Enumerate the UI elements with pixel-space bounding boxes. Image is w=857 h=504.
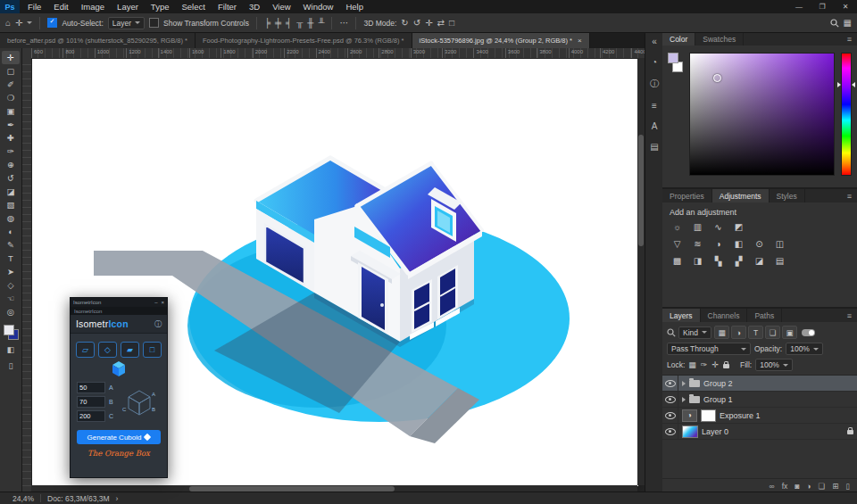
foreground-color-swatch[interactable] <box>668 53 678 63</box>
isometricon-plugin-window[interactable]: IsometrIcon –× IsometrIcon IsometrIcon ⓘ… <box>70 297 168 478</box>
visibility-cell[interactable] <box>662 408 678 423</box>
levels-icon[interactable]: ▥ <box>688 220 707 234</box>
threshold-icon[interactable]: ▞ <box>729 254 748 268</box>
document-tab[interactable]: Food-Photography-Lightroom-Presets-Free.… <box>196 32 412 48</box>
options-overflow-icon[interactable]: ⋯ <box>339 15 348 31</box>
foreground-color-swatch[interactable] <box>4 325 14 335</box>
lock-position-icon[interactable]: ✛ <box>711 360 719 369</box>
tab-channels[interactable]: Channels <box>701 309 748 322</box>
saturation-brightness-field[interactable] <box>689 53 835 176</box>
filter-type-icon[interactable]: T <box>748 326 763 339</box>
pen-tool[interactable]: ✎ <box>2 238 20 252</box>
visibility-cell[interactable] <box>662 392 678 407</box>
crop-tool[interactable]: ▣ <box>2 104 20 118</box>
shape-tool[interactable]: ◇ <box>2 278 20 292</box>
layer-row[interactable]: Group 1 <box>662 392 857 408</box>
properties-icon[interactable]: ≡ <box>652 101 657 111</box>
align-center-v-icon[interactable]: ╫ <box>307 15 313 31</box>
align-left-icon[interactable]: ╞ <box>264 15 270 31</box>
menu-view[interactable]: View <box>266 0 296 13</box>
panel-menu-icon[interactable]: ≡ <box>842 189 857 202</box>
layer-row[interactable]: Layer 0 <box>662 424 857 440</box>
adjustment-thumbnail[interactable]: ◑ <box>682 409 697 422</box>
lock-all-icon[interactable] <box>723 364 729 368</box>
top-face-button[interactable]: ◇ <box>98 342 117 358</box>
zoom-level-field[interactable]: 24,4% <box>12 494 34 503</box>
layer-effects-icon[interactable]: fx <box>782 482 788 491</box>
left-face-button[interactable]: ▱ <box>76 342 95 358</box>
hue-saturation-icon[interactable]: ≋ <box>688 237 707 251</box>
screen-mode-icon[interactable]: ▯ <box>9 360 13 372</box>
kind-filter-dropdown[interactable]: Kind <box>678 326 711 339</box>
black-white-icon[interactable]: ◧ <box>729 237 748 251</box>
invert-icon[interactable]: ◨ <box>688 254 707 268</box>
opacity-dropdown[interactable]: 100% <box>786 343 823 355</box>
vibrance-icon[interactable]: ▽ <box>668 237 686 251</box>
close-button[interactable]: ✕ <box>834 0 857 13</box>
tab-layers[interactable]: Layers <box>662 309 701 322</box>
align-right-icon[interactable]: ╡ <box>286 15 292 31</box>
move-tool[interactable]: ✛ <box>2 51 20 64</box>
menu-image[interactable]: Image <box>75 0 111 13</box>
new-adjustment-icon[interactable]: ◑ <box>806 482 811 491</box>
color-balance-icon[interactable]: ◑ <box>709 237 728 251</box>
vertical-scroll-thumb[interactable] <box>638 135 644 246</box>
3d-drag-icon[interactable]: ✛ <box>425 15 432 31</box>
exposure-icon[interactable]: ◩ <box>729 220 748 234</box>
auto-select-checkbox[interactable] <box>47 18 57 28</box>
maximize-button[interactable]: ❐ <box>811 0 834 13</box>
menu-select[interactable]: Select <box>175 0 211 13</box>
align-top-icon[interactable]: ╥ <box>296 15 303 31</box>
hue-slider[interactable] <box>841 53 852 176</box>
selective-color-icon[interactable]: ◪ <box>750 254 769 268</box>
home-icon[interactable]: ⌂ <box>5 15 11 31</box>
lock-transparency-icon[interactable]: ▦ <box>688 360 696 369</box>
photo-filter-icon[interactable]: ⊙ <box>750 237 769 251</box>
new-layer-icon[interactable]: ⊞ <box>832 482 838 491</box>
tab-swatches[interactable]: Swatches <box>695 32 744 45</box>
type-tool[interactable]: T <box>2 252 20 265</box>
tab-close-icon[interactable]: × <box>578 37 582 45</box>
path-select-tool[interactable]: ➤ <box>2 265 20 278</box>
plugin-titlebar[interactable]: IsometrIcon –× <box>71 298 167 307</box>
layer-row[interactable]: Group 2 <box>662 376 857 392</box>
tab-styles[interactable]: Styles <box>770 189 805 202</box>
fill-dropdown[interactable]: 100% <box>755 359 793 371</box>
right-face-button[interactable]: ▰ <box>121 342 139 358</box>
filter-pixel-icon[interactable]: ▦ <box>714 326 729 339</box>
layer-mask-icon[interactable]: ◙ <box>795 482 799 491</box>
brush-tool[interactable]: ✑ <box>2 145 20 158</box>
cuboid-c-input[interactable] <box>77 410 105 422</box>
align-center-h-icon[interactable]: ╪ <box>275 15 281 31</box>
tool-preset-icon[interactable]: ✛ <box>15 15 22 31</box>
channel-mixer-icon[interactable]: ◫ <box>770 237 789 251</box>
filter-shape-icon[interactable]: ❏ <box>765 326 780 339</box>
cuboid-a-input[interactable] <box>77 382 105 393</box>
marquee-tool[interactable]: ▢ <box>2 64 20 78</box>
show-transform-checkbox[interactable] <box>149 18 159 28</box>
menu-type[interactable]: Type <box>145 0 176 13</box>
plugin-tab[interactable]: IsometrIcon <box>71 307 167 315</box>
document-tab[interactable]: before_after.psd @ 101% (shutterstock_85… <box>0 32 196 48</box>
minimize-button[interactable]: — <box>787 0 811 13</box>
blend-mode-dropdown[interactable]: Pass Through <box>667 343 751 355</box>
workspace-switcher-icon[interactable]: ▦ <box>844 15 852 31</box>
curves-icon[interactable]: ∿ <box>709 220 728 234</box>
quick-mask-icon[interactable]: ◧ <box>7 344 15 356</box>
info-icon[interactable]: ⓘ <box>650 78 659 90</box>
link-layers-icon[interactable]: ∞ <box>770 482 775 491</box>
menu-help[interactable]: Help <box>339 0 370 13</box>
menu-edit[interactable]: Edit <box>47 0 74 13</box>
3d-rotate-icon[interactable]: ↻ <box>401 15 408 31</box>
menu-3d[interactable]: 3D <box>243 0 266 13</box>
gradient-map-icon[interactable]: ▤ <box>770 254 789 268</box>
plugin-close-button[interactable]: × <box>161 300 164 305</box>
lock-pixels-icon[interactable]: ✑ <box>701 360 708 369</box>
menu-window[interactable]: Window <box>297 0 340 13</box>
panel-menu-icon[interactable]: ≡ <box>842 32 857 45</box>
3d-slide-icon[interactable]: ⇄ <box>437 15 445 31</box>
new-group-icon[interactable]: ❏ <box>819 482 826 491</box>
visibility-cell[interactable] <box>662 424 678 439</box>
clone-stamp-tool[interactable]: ⊕ <box>2 158 20 171</box>
visibility-cell[interactable] <box>662 376 678 391</box>
